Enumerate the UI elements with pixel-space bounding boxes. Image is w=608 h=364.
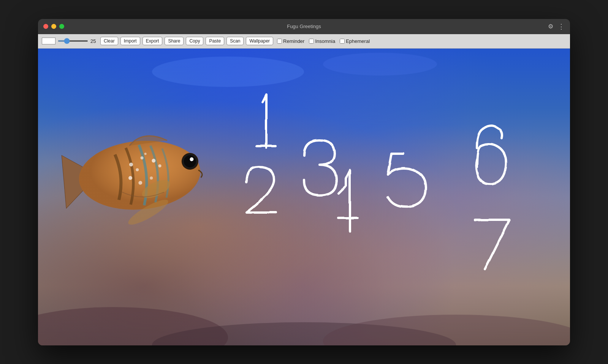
maximize-button[interactable] <box>59 24 64 29</box>
checkbox-group: Reminder Insomnia Ephemeral <box>277 38 370 44</box>
share-button[interactable]: Share <box>165 37 184 45</box>
pen-size-slider[interactable] <box>58 40 88 42</box>
insomnia-checkbox[interactable] <box>309 39 314 44</box>
scan-button[interactable]: Scan <box>226 37 244 45</box>
slider-container: 25 <box>58 38 98 44</box>
clear-button[interactable]: Clear <box>100 37 118 45</box>
close-button[interactable] <box>43 24 48 29</box>
titlebar: Fugu Greetings ⚙ ⋮ <box>38 19 570 34</box>
app-window: Fugu Greetings ⚙ ⋮ 25 Clear Import Expor… <box>38 19 570 345</box>
insomnia-checkbox-label[interactable]: Insomnia <box>309 38 335 44</box>
ephemeral-checkbox[interactable] <box>340 39 345 44</box>
menu-icon[interactable]: ⋮ <box>558 22 565 31</box>
minimize-button[interactable] <box>51 24 56 29</box>
import-button[interactable]: Import <box>120 37 140 45</box>
extensions-icon[interactable]: ⚙ <box>548 23 553 30</box>
canvas-area[interactable] <box>38 49 570 345</box>
drawn-numbers <box>38 49 570 345</box>
ephemeral-label: Ephemeral <box>346 38 370 44</box>
titlebar-right: ⚙ ⋮ <box>548 22 565 31</box>
ephemeral-checkbox-label[interactable]: Ephemeral <box>340 38 370 44</box>
copy-button[interactable]: Copy <box>186 37 203 45</box>
window-title: Fugu Greetings <box>287 24 321 29</box>
wallpaper-button[interactable]: Wallpaper <box>246 37 273 45</box>
reminder-label: Reminder <box>283 38 304 44</box>
insomnia-label: Insomnia <box>315 38 335 44</box>
traffic-lights <box>43 24 64 29</box>
toolbar: 25 Clear Import Export Share Copy Paste … <box>38 34 570 49</box>
reminder-checkbox[interactable] <box>277 39 282 44</box>
slider-value: 25 <box>90 38 98 44</box>
reminder-checkbox-label[interactable]: Reminder <box>277 38 304 44</box>
pen-preview <box>42 38 55 44</box>
paste-button[interactable]: Paste <box>206 37 224 45</box>
export-button[interactable]: Export <box>142 37 163 45</box>
